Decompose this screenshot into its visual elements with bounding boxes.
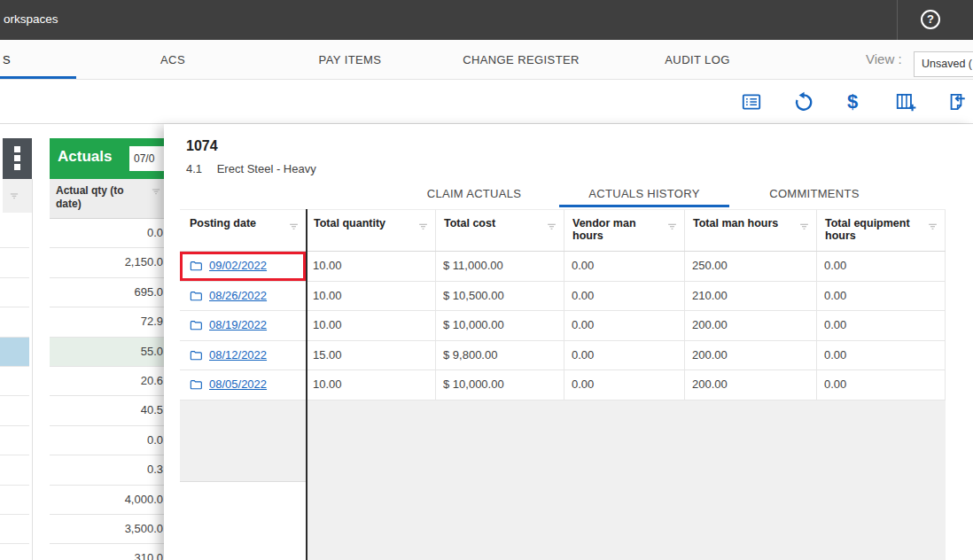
undo-icon[interactable] — [792, 90, 815, 113]
vendor-man-hours-cell: 0.00 — [564, 311, 685, 340]
module-tab-strip: S ACS PAY ITEMS CHANGE REGISTER AUDIT LO… — [0, 40, 973, 80]
total-quantity-cell: 10.00 — [306, 282, 436, 311]
folder-icon[interactable] — [189, 289, 203, 303]
tab-actuals-history[interactable]: ACTUALS HISTORY — [559, 187, 729, 200]
cost-item-code: 4.1 — [186, 162, 202, 175]
posting-date-link[interactable]: 08/05/2022 — [209, 370, 267, 399]
background-row — [0, 219, 29, 248]
table-row: 09/02/2022 10.00 $ 11,000.00 0.00 250.00… — [180, 252, 946, 282]
total-equipment-hours-cell: 0.00 — [817, 282, 946, 311]
filter-icon[interactable] — [666, 220, 679, 233]
total-cost-cell: $ 11,000.00 — [436, 252, 564, 281]
details-list-icon[interactable] — [740, 90, 763, 113]
module-tab-pay-items[interactable]: PAY ITEMS — [319, 53, 382, 66]
background-row — [0, 278, 29, 307]
background-row — [0, 455, 29, 485]
filter-icon[interactable] — [798, 220, 811, 233]
grid-column-divider — [32, 179, 33, 560]
total-cost-cell: $ 10,000.00 — [436, 370, 564, 400]
posting-date-cell: 08/26/2022 — [180, 282, 306, 311]
add-column-icon[interactable] — [894, 90, 917, 113]
topbar-divider — [897, 0, 898, 40]
posting-date-cell: 08/05/2022 — [180, 370, 306, 400]
module-tab-audit-log[interactable]: AUDIT LOG — [665, 53, 729, 66]
view-label: View : — [866, 51, 902, 66]
total-quantity-cell: 10.00 — [306, 370, 436, 400]
background-row — [0, 248, 29, 277]
posting-date-link[interactable]: 09/02/2022 — [209, 252, 267, 280]
vendor-man-hours-cell: 0.00 — [564, 370, 685, 400]
posting-date-link[interactable]: 08/19/2022 — [209, 311, 267, 339]
column-header-posting-date[interactable]: Posting date — [180, 210, 306, 251]
grid-toolbar: $ — [0, 80, 973, 124]
filter-icon[interactable] — [287, 220, 300, 233]
column-header-total-man-hours[interactable]: Total man hours — [685, 210, 817, 251]
row-menu-header[interactable] — [3, 138, 32, 179]
total-man-hours-cell: 210.00 — [685, 282, 817, 311]
tab-commitments[interactable]: COMMITMENTS — [729, 187, 899, 200]
view-dropdown[interactable]: Unsaved ( — [914, 51, 973, 77]
actual-qty-cell: 20.6 — [50, 367, 164, 396]
folder-icon[interactable] — [189, 318, 203, 332]
filter-icon[interactable] — [545, 220, 558, 233]
posting-date-link[interactable]: 08/12/2022 — [209, 341, 267, 369]
background-row — [0, 367, 29, 396]
total-man-hours-cell: 200.00 — [685, 370, 817, 400]
actual-qty-column-header: Actual qty (to date) — [50, 179, 164, 219]
folder-icon[interactable] — [189, 377, 203, 392]
background-row-strip — [0, 219, 29, 560]
vendor-man-hours-cell: 0.00 — [564, 341, 685, 370]
actual-qty-cell: 695.0 — [50, 278, 164, 307]
table-row: 08/12/2022 15.00 $ 9,800.00 0.00 200.00 … — [180, 341, 946, 371]
filter-icon[interactable] — [8, 190, 20, 202]
tab-claim-actuals[interactable]: CLAIM ACTUALS — [389, 187, 559, 200]
table-row: 08/19/2022 10.00 $ 10,000.00 0.00 200.00… — [180, 311, 946, 341]
table-header-row: Posting date Total quantity Total cost V… — [180, 209, 946, 252]
actual-qty-cell: 0.3 — [50, 455, 164, 485]
total-quantity-cell: 10.00 — [306, 311, 436, 340]
background-row — [0, 426, 29, 455]
actual-qty-cell: 40.5 — [50, 396, 164, 425]
actual-qty-cell: 2,150.0 — [50, 248, 164, 277]
help-icon[interactable]: ? — [921, 10, 940, 29]
cost-item-name: Erect Steel - Heavy — [217, 162, 316, 175]
total-cost-cell: $ 10,000.00 — [436, 311, 564, 340]
total-cost-cell: $ 9,800.00 — [436, 341, 564, 370]
module-tab-change-register[interactable]: CHANGE REGISTER — [463, 53, 580, 66]
actual-qty-cell-selected: 55.0 — [50, 338, 164, 367]
module-tab-acs[interactable]: ACS — [160, 53, 185, 66]
actuals-date-chip[interactable]: 07/0 — [129, 146, 164, 171]
cost-item-description: 4.1 Erect Steel - Heavy — [186, 162, 316, 175]
export-icon[interactable] — [945, 90, 968, 113]
posting-date-link[interactable]: 08/26/2022 — [209, 282, 267, 310]
actual-qty-cell: 72.9 — [50, 307, 164, 337]
module-tab-active-partial[interactable]: S — [3, 53, 11, 66]
app-screen: orkspaces ? S ACS PAY ITEMS CHANGE REGIS… — [0, 0, 973, 560]
column-header-total-cost[interactable]: Total cost — [436, 210, 564, 251]
folder-icon[interactable] — [189, 348, 203, 362]
row-filter-cell — [3, 179, 32, 213]
background-row — [0, 544, 29, 560]
actuals-group-title: Actuals — [58, 148, 112, 166]
column-header-total-equipment-hours[interactable]: Total equipment hours — [817, 210, 946, 251]
column-header-total-quantity[interactable]: Total quantity — [306, 210, 436, 251]
frozen-column-divider[interactable] — [306, 209, 307, 560]
total-equipment-hours-cell: 0.00 — [817, 252, 946, 281]
background-row — [0, 307, 29, 337]
filter-icon[interactable] — [416, 220, 430, 233]
column-header-vendor-man-hours[interactable]: Vendor man hours — [564, 210, 685, 251]
table-row: 08/05/2022 10.00 $ 10,000.00 0.00 200.00… — [180, 370, 946, 401]
vendor-man-hours-cell: 0.00 — [564, 282, 685, 311]
vendor-man-hours-cell: 0.00 — [564, 252, 685, 281]
folder-icon[interactable] — [189, 259, 203, 273]
actual-qty-cell: 0.0 — [50, 426, 164, 455]
active-tab-underline — [0, 76, 76, 79]
kebab-menu-icon[interactable] — [14, 146, 20, 173]
actuals-group-header: Actuals 07/0 — [50, 138, 164, 179]
filter-icon[interactable] — [926, 220, 939, 233]
actuals-history-panel: 1074 4.1 Erect Steel - Heavy CLAIM ACTUA… — [164, 124, 973, 560]
currency-icon[interactable]: $ — [841, 90, 864, 113]
filter-icon[interactable] — [150, 185, 162, 198]
total-quantity-cell: 10.00 — [306, 252, 436, 281]
total-man-hours-cell: 200.00 — [685, 311, 817, 340]
